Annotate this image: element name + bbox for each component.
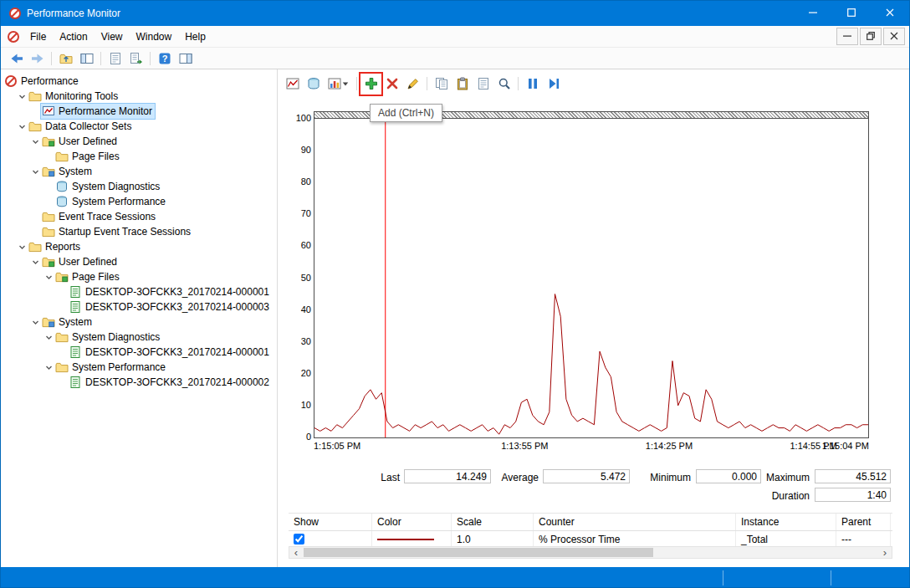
scrollbar-thumb[interactable] bbox=[304, 548, 653, 557]
mdi-minimize-button[interactable] bbox=[836, 28, 858, 45]
menu-view[interactable]: View bbox=[95, 28, 130, 46]
parent-cell: --- bbox=[836, 531, 891, 547]
tree-item-label: Page Files bbox=[72, 151, 120, 162]
tree-item-system-diagnostics[interactable]: System Diagnostics bbox=[1, 179, 277, 194]
close-icon bbox=[890, 31, 898, 43]
tree-item-page-files[interactable]: Page Files bbox=[1, 269, 277, 284]
tree-item-desktop-3ofckk3-20170214-000001[interactable]: DESKTOP-3OFCKK3_20170214-000001 bbox=[1, 345, 277, 360]
chevron-down-icon[interactable] bbox=[17, 242, 28, 253]
column-header-color[interactable]: Color bbox=[372, 514, 452, 530]
help-button[interactable]: ? bbox=[154, 49, 175, 68]
back-button[interactable] bbox=[6, 49, 27, 68]
console-app-icon bbox=[7, 30, 20, 43]
folder-icon bbox=[55, 360, 69, 374]
tree-item-desktop-3ofckk3-20170214-000003[interactable]: DESKTOP-3OFCKK3_20170214-000003 bbox=[1, 299, 277, 314]
chevron-spacer bbox=[57, 302, 68, 313]
x-axis-labels: 1:15:05 PM1:13:55 PM1:14:25 PM1:14:55 PM… bbox=[314, 441, 869, 453]
column-header-scale[interactable]: Scale bbox=[452, 514, 534, 530]
export-list-button[interactable] bbox=[125, 49, 146, 68]
tree-item-system-diagnostics[interactable]: System Diagnostics bbox=[1, 330, 277, 345]
restore-icon bbox=[867, 31, 875, 43]
tree-item-page-files[interactable]: Page Files bbox=[1, 149, 277, 164]
tree-item-system[interactable]: System bbox=[1, 314, 277, 330]
scroll-left-button[interactable]: ‹ bbox=[289, 547, 303, 558]
delete-counter-button[interactable] bbox=[381, 74, 402, 94]
statusbar-divider bbox=[723, 570, 723, 585]
chevron-down-icon[interactable] bbox=[17, 91, 28, 102]
column-header-show[interactable]: Show bbox=[289, 514, 372, 530]
counter-row[interactable]: 1.0% Processor Time_Total--- bbox=[289, 531, 892, 548]
help-icon: ? bbox=[158, 52, 171, 65]
view-current-activity-button[interactable] bbox=[282, 74, 303, 94]
tree-item-user-defined[interactable]: User Defined bbox=[1, 134, 277, 149]
column-header-counter[interactable]: Counter bbox=[534, 514, 736, 530]
tree-item-reports[interactable]: Reports bbox=[1, 239, 277, 254]
chevron-down-icon[interactable] bbox=[30, 166, 41, 177]
toolbar-separator bbox=[427, 77, 427, 90]
mdi-restore-button[interactable] bbox=[860, 28, 882, 45]
tree-item-performance[interactable]: Performance bbox=[1, 74, 277, 89]
tree-item-startup-event-trace-sessions[interactable]: Startup Event Trace Sessions bbox=[1, 224, 277, 239]
menu-window[interactable]: Window bbox=[130, 28, 179, 46]
folder-icon bbox=[28, 89, 42, 103]
freeze-display-button[interactable] bbox=[522, 74, 543, 94]
tree-item-system-performance[interactable]: System Performance bbox=[1, 360, 277, 375]
view-log-data-button[interactable] bbox=[303, 74, 324, 94]
mdi-close-button[interactable] bbox=[883, 28, 905, 45]
forward-button[interactable] bbox=[27, 49, 48, 68]
tree-item-performance-monitor[interactable]: Performance Monitor bbox=[1, 104, 277, 119]
horizontal-scrollbar[interactable]: ‹ › bbox=[289, 546, 892, 559]
tree-item-data-collector-sets[interactable]: Data Collector Sets bbox=[1, 119, 277, 134]
maximize-button[interactable] bbox=[832, 1, 871, 26]
show-hide-console-tree-icon bbox=[80, 52, 94, 65]
scroll-right-button[interactable]: › bbox=[878, 547, 892, 558]
tree-item-monitoring-tools[interactable]: Monitoring Tools bbox=[1, 89, 277, 104]
tree-item-system[interactable]: System bbox=[1, 164, 277, 179]
tree-item-event-trace-sessions[interactable]: Event Trace Sessions bbox=[1, 209, 277, 224]
tree-item-content: System Diagnostics bbox=[54, 330, 162, 345]
change-graph-type-button[interactable] bbox=[324, 74, 353, 94]
properties-button[interactable] bbox=[473, 74, 493, 94]
show-hide-console-tree-button[interactable] bbox=[76, 49, 97, 68]
menu-action[interactable]: Action bbox=[53, 28, 94, 46]
tree-item-content: Data Collector Sets bbox=[28, 119, 134, 134]
up-one-level-button[interactable] bbox=[55, 49, 76, 68]
tree-item-system-performance[interactable]: System Performance bbox=[1, 194, 277, 209]
chevron-down-icon[interactable] bbox=[43, 362, 54, 373]
tree-item-desktop-3ofckk3-20170214-000002[interactable]: DESKTOP-3OFCKK3_20170214-000002 bbox=[1, 375, 277, 390]
zoom-button[interactable] bbox=[493, 74, 514, 94]
y-axis-tick-label: 20 bbox=[301, 368, 311, 378]
chart-line-svg bbox=[314, 119, 868, 437]
properties-button[interactable] bbox=[105, 49, 125, 68]
tree-item-content: System Performance bbox=[54, 360, 168, 375]
titlebar[interactable]: Performance Monitor bbox=[1, 1, 909, 26]
close-button[interactable] bbox=[871, 1, 909, 26]
update-data-button[interactable] bbox=[543, 74, 564, 94]
paste-counter-list-button[interactable] bbox=[452, 74, 473, 94]
chevron-down-icon[interactable] bbox=[43, 272, 54, 283]
data-set-icon bbox=[55, 195, 69, 208]
highlight-button[interactable] bbox=[402, 74, 423, 94]
chevron-spacer bbox=[43, 182, 54, 192]
chevron-down-icon[interactable] bbox=[43, 332, 54, 343]
data-set-icon bbox=[55, 180, 69, 193]
add-counter-button[interactable] bbox=[360, 74, 381, 94]
chevron-down-icon[interactable] bbox=[30, 257, 41, 268]
show-counter-checkbox[interactable] bbox=[294, 534, 304, 545]
chevron-down-icon[interactable] bbox=[30, 136, 41, 147]
chevron-down-icon[interactable] bbox=[17, 121, 28, 132]
column-header-instance[interactable]: Instance bbox=[736, 514, 836, 530]
show-hide-action-pane-button[interactable] bbox=[175, 49, 196, 68]
minimize-button[interactable] bbox=[794, 1, 832, 26]
copy-properties-button[interactable] bbox=[431, 74, 452, 94]
menu-file[interactable]: File bbox=[23, 28, 53, 46]
chevron-down-icon[interactable] bbox=[30, 317, 41, 328]
tree-item-desktop-3ofckk3-20170214-000001[interactable]: DESKTOP-3OFCKK3_20170214-000001 bbox=[1, 284, 277, 299]
properties-icon bbox=[477, 77, 490, 90]
tree-item-label: Event Trace Sessions bbox=[59, 211, 156, 222]
menu-help[interactable]: Help bbox=[178, 28, 212, 46]
tree-item-label: Performance bbox=[21, 75, 79, 87]
tree-item-user-defined[interactable]: User Defined bbox=[1, 254, 277, 269]
column-header-parent[interactable]: Parent bbox=[836, 514, 891, 530]
folder-icon bbox=[42, 225, 55, 238]
